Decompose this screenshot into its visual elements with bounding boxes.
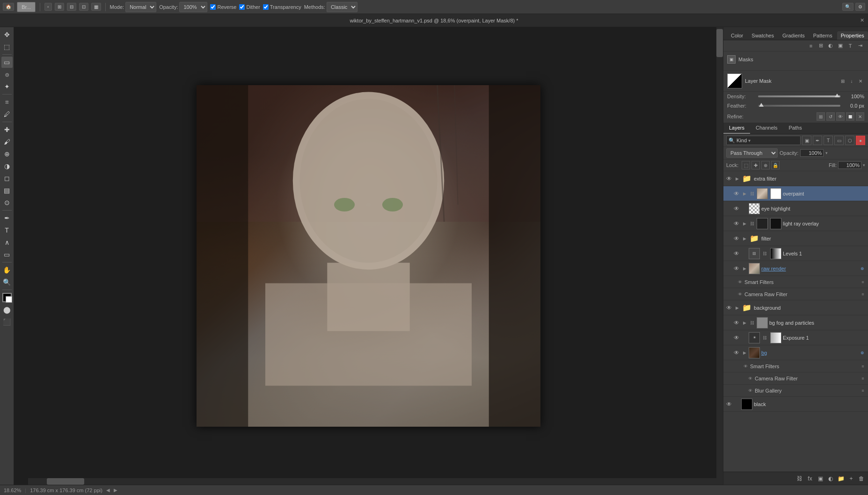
layout-btn5[interactable]: ▦ xyxy=(91,3,101,11)
layer-blur-gallery[interactable]: 👁 Blur Gallery ≡ xyxy=(723,385,868,397)
vertical-scrollbar[interactable] xyxy=(716,27,723,485)
horizontal-scrollbar[interactable] xyxy=(28,478,716,485)
brush-preview[interactable]: Br... xyxy=(17,2,36,12)
shape-tool[interactable]: ▭ xyxy=(1,249,13,260)
vis-camera-raw2[interactable]: 👁 xyxy=(747,375,753,382)
vis-smart-filters2[interactable]: 👁 xyxy=(742,363,749,370)
dodge-tool[interactable]: ⊙ xyxy=(1,197,13,208)
expand-raw-render[interactable]: ▶ xyxy=(742,266,747,271)
layer-camera-raw1[interactable]: 👁 Camera Raw Filter ≡ xyxy=(723,288,868,300)
layer-filter[interactable]: 👁 ▶ 📁 filter xyxy=(723,231,868,246)
lock-pos-btn[interactable]: ✚ xyxy=(751,161,760,169)
status-arrow-right[interactable]: ▶ xyxy=(114,488,117,493)
expand-background-folder[interactable]: ▶ xyxy=(734,305,740,311)
vis-exposure1[interactable]: 👁 xyxy=(733,334,740,342)
layout-btn4[interactable]: ⊡ xyxy=(79,3,88,11)
layer-type-icon3[interactable]: T xyxy=(824,136,833,145)
new-adj-btn[interactable]: ◐ xyxy=(826,474,835,483)
tab-layers[interactable]: Layers xyxy=(723,123,750,134)
lm-apply-btn[interactable]: ↓ xyxy=(848,77,855,85)
opacity-input[interactable] xyxy=(800,149,824,157)
layer-smart-filters1[interactable]: 👁 Smart Filters ≡ xyxy=(723,276,868,288)
layer-raw-render[interactable]: 👁 ▶ raw render ⊕ xyxy=(723,261,868,276)
panel-icon-adj[interactable]: ◐ xyxy=(826,42,835,50)
vis-raw-render[interactable]: 👁 xyxy=(733,265,740,272)
pen-tool[interactable]: ✒ xyxy=(1,212,13,224)
dither-checkbox[interactable] xyxy=(239,4,245,10)
vis-blur-gallery[interactable]: 👁 xyxy=(747,387,753,394)
lm-delete-btn[interactable]: ✕ xyxy=(857,77,864,85)
method-dropdown[interactable]: Classic xyxy=(327,2,357,12)
expand-light-ray[interactable]: ▶ xyxy=(742,221,747,226)
add-style-btn[interactable]: fx xyxy=(805,474,815,483)
refine-icon1[interactable]: ⊞ xyxy=(817,112,825,121)
hand-tool[interactable]: ✋ xyxy=(1,264,13,276)
reverse-checkbox[interactable] xyxy=(210,4,216,10)
layer-extra-filter[interactable]: 👁 ▶ 📁 extra filter xyxy=(723,171,868,186)
gradient-tool[interactable]: ▤ xyxy=(1,185,13,196)
vis-eye-highlight[interactable]: 👁 xyxy=(733,205,740,212)
lm-link-btn[interactable]: ⊞ xyxy=(839,77,846,85)
opacity-down-arrow[interactable]: ▾ xyxy=(825,151,828,155)
lock-pixels-btn[interactable]: ⬚ xyxy=(742,161,750,169)
feather-slider[interactable] xyxy=(758,105,840,107)
magic-wand-tool[interactable]: ✦ xyxy=(1,81,13,92)
home-btn[interactable]: 🏠 xyxy=(3,3,14,11)
move-tool[interactable]: ✥ xyxy=(1,29,13,40)
search-dropdown-arrow[interactable]: ▾ xyxy=(748,138,751,143)
vis-bg-fog[interactable]: 👁 xyxy=(733,319,740,327)
transparency-checkbox[interactable] xyxy=(263,4,269,10)
h-scroll-thumb[interactable] xyxy=(47,478,84,485)
panel-icon-mask[interactable]: ▣ xyxy=(836,42,845,50)
panel-icon-props[interactable]: ⊞ xyxy=(817,42,825,50)
lock-artboard-btn[interactable]: ⊕ xyxy=(761,161,770,169)
layer-camera-raw2[interactable]: 👁 Camera Raw Filter ≡ xyxy=(723,372,868,385)
layer-eye-highlight[interactable]: 👁 ▶ eye highlight xyxy=(723,201,868,216)
canvas-area[interactable] xyxy=(14,27,723,485)
tab-color[interactable]: Color xyxy=(727,31,747,40)
healing-tool[interactable]: ✚ xyxy=(1,124,13,135)
status-arrow-left[interactable]: ◀ xyxy=(106,488,110,493)
quick-mask-tool[interactable]: ⬤ xyxy=(1,304,13,315)
layer-type-icon2[interactable]: ✒ xyxy=(813,136,822,145)
layer-light-ray[interactable]: 👁 ▶ ⛓ light ray overlay xyxy=(723,216,868,231)
vis-filter[interactable]: 👁 xyxy=(733,235,740,242)
expand-bg-fog[interactable]: ▶ xyxy=(742,320,747,326)
layer-type-icon4[interactable]: ▭ xyxy=(834,136,844,145)
tab-gradients[interactable]: Gradients xyxy=(779,31,809,40)
refine-icon2[interactable]: ↺ xyxy=(826,112,835,121)
vis-bg[interactable]: 👁 xyxy=(733,349,740,357)
lasso-tool[interactable]: ⌾ xyxy=(1,69,13,80)
type-tool[interactable]: T xyxy=(1,225,13,236)
v-scroll-thumb[interactable] xyxy=(716,29,723,57)
layer-bg[interactable]: 👁 ▶ bg ⊕ xyxy=(723,345,868,360)
refine-icon5[interactable]: ✕ xyxy=(856,112,864,121)
new-folder-btn[interactable]: 📁 xyxy=(836,474,846,483)
layout-btn1[interactable]: ▫ xyxy=(44,3,52,11)
refine-icon4[interactable]: 🔲 xyxy=(846,112,854,121)
crop-tool[interactable]: ⌗ xyxy=(1,96,13,108)
panel-icon-collapse[interactable]: ⇥ xyxy=(856,42,864,50)
panel-icon-text[interactable]: T xyxy=(846,42,854,50)
layer-type-icon1[interactable]: ▣ xyxy=(802,136,811,145)
layer-type-icon6[interactable]: ● xyxy=(856,136,865,145)
expand-overpaint[interactable]: ▶ xyxy=(742,191,747,197)
expand-filter[interactable]: ▶ xyxy=(742,236,747,241)
blend-mode-dropdown[interactable]: Pass Through xyxy=(726,148,778,158)
layer-bg-fog[interactable]: 👁 ▶ ⛓ bg fog and particles xyxy=(723,315,868,330)
vis-levels1[interactable]: 👁 xyxy=(733,250,740,257)
layer-black[interactable]: 👁 ▶ black xyxy=(723,397,868,412)
delete-layer-btn[interactable]: 🗑 xyxy=(857,474,866,483)
layer-type-icon5[interactable]: ⬡ xyxy=(845,136,854,145)
new-layer-btn[interactable]: + xyxy=(846,474,856,483)
mode-dropdown[interactable]: Normal xyxy=(125,2,156,12)
density-slider[interactable] xyxy=(758,95,840,97)
layout-btn2[interactable]: ⊞ xyxy=(55,3,64,11)
layer-background-folder[interactable]: 👁 ▶ 📁 background xyxy=(723,300,868,315)
expand-bg[interactable]: ▶ xyxy=(742,350,747,356)
screen-mode-btn[interactable]: ⬛ xyxy=(1,316,13,328)
link-layers-btn[interactable]: ⛓ xyxy=(795,474,804,483)
layer-overpaint[interactable]: 👁 ▶ ⛓ overpaint xyxy=(723,186,868,201)
tab-properties[interactable]: Properties xyxy=(837,31,868,40)
foreground-color[interactable] xyxy=(2,293,12,302)
